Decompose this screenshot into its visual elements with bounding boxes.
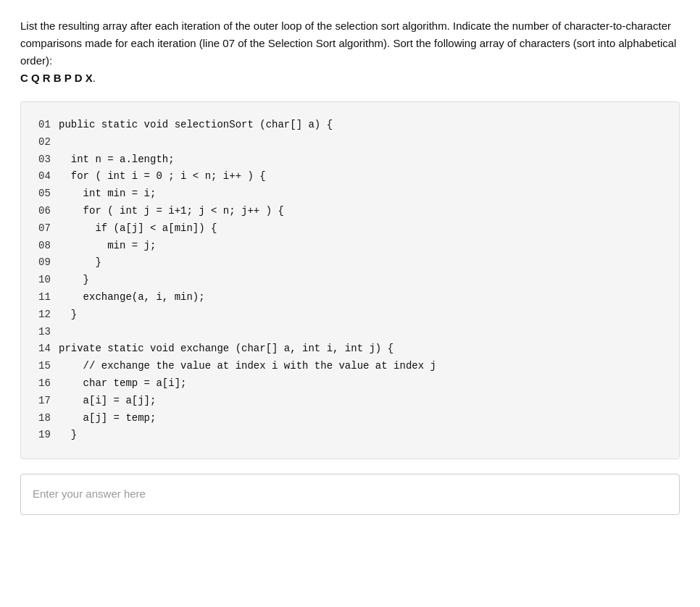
question-text: List the resulting array after each iter… [20, 17, 680, 87]
paragraph1: List the resulting array after each iter… [20, 17, 680, 70]
line-content: public static void selectionSort (char[]… [59, 117, 333, 134]
code-line: 08 min = j; [38, 238, 662, 255]
line-number: 03 [38, 151, 59, 169]
line-number: 02 [38, 134, 59, 151]
code-line: 16 char temp = a[i]; [38, 375, 662, 393]
code-line: 02 [38, 134, 662, 151]
code-line: 11 exchange(a, i, min); [38, 289, 662, 306]
line-content: } [59, 254, 101, 272]
code-line: 19 } [38, 427, 662, 444]
line-number: 14 [38, 340, 59, 358]
code-line: 15 // exchange the value at index i with… [38, 358, 662, 375]
line-content: } [59, 272, 89, 289]
line-number: 07 [38, 220, 59, 238]
line-content: for ( int j = i+1; j < n; j++ ) { [59, 203, 284, 220]
line-content: } [59, 306, 77, 324]
code-line: 01 public static void selectionSort (cha… [38, 117, 662, 134]
code-line: 04 for ( int i = 0 ; i < n; i++ ) { [38, 168, 662, 185]
line-content: char temp = a[i]; [59, 375, 186, 393]
array-label: C Q R B P D X. [20, 70, 680, 87]
line-content: a[i] = a[j]; [59, 393, 156, 410]
line-number: 11 [38, 289, 59, 306]
line-number: 09 [38, 254, 59, 272]
code-line: 09 } [38, 254, 662, 272]
line-content: int min = i; [59, 185, 156, 203]
line-content: private static void exchange (char[] a, … [59, 340, 393, 358]
line-content: } [59, 427, 77, 444]
line-number: 05 [38, 185, 59, 203]
line-number: 15 [38, 358, 59, 375]
line-number: 10 [38, 272, 59, 289]
line-number: 04 [38, 168, 59, 185]
line-number: 12 [38, 306, 59, 324]
line-number: 16 [38, 375, 59, 393]
answer-input[interactable]: Enter your answer here [20, 474, 680, 515]
code-block: 01 public static void selectionSort (cha… [20, 101, 680, 459]
code-line: 06 for ( int j = i+1; j < n; j++ ) { [38, 203, 662, 220]
code-line: 05 int min = i; [38, 185, 662, 203]
code-line: 07 if (a[j] < a[min]) { [38, 220, 662, 238]
line-number: 18 [38, 410, 59, 427]
line-number: 13 [38, 324, 59, 341]
line-content: // exchange the value at index i with th… [59, 358, 436, 375]
line-content: min = j; [59, 238, 156, 255]
line-number: 08 [38, 238, 59, 255]
code-line: 13 [38, 324, 662, 341]
line-number: 17 [38, 393, 59, 410]
line-content: if (a[j] < a[min]) { [59, 220, 217, 238]
line-content: exchange(a, i, min); [59, 289, 205, 306]
code-line: 18 a[j] = temp; [38, 410, 662, 427]
code-line: 14 private static void exchange (char[] … [38, 340, 662, 358]
line-number: 01 [38, 117, 59, 134]
line-content: a[j] = temp; [59, 410, 156, 427]
code-line: 17 a[i] = a[j]; [38, 393, 662, 410]
line-content: for ( int i = 0 ; i < n; i++ ) { [59, 168, 266, 185]
line-number: 06 [38, 203, 59, 220]
line-number: 19 [38, 427, 59, 444]
code-line: 12 } [38, 306, 662, 324]
line-content: int n = a.length; [59, 151, 175, 169]
code-line: 03 int n = a.length; [38, 151, 662, 169]
code-line: 10 } [38, 272, 662, 289]
